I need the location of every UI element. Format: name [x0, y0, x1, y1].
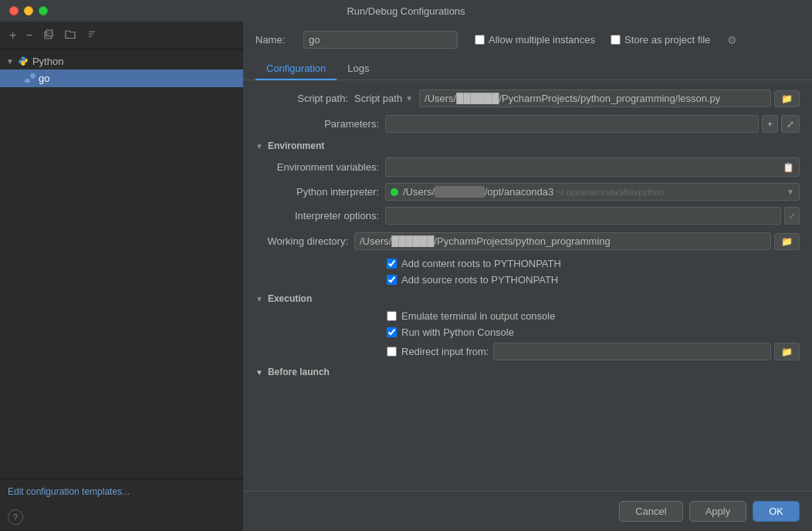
sidebar-footer: Edit configuration templates... — [0, 479, 243, 503]
apply-button[interactable]: Apply — [689, 501, 747, 522]
script-path-input-wrap: 📁 — [419, 90, 800, 107]
expand-parameters-button[interactable]: + — [762, 115, 778, 133]
python-interpreter-row: Python interpreter: /Users/███████/opt/a… — [255, 183, 800, 201]
working-directory-label: Working directory: — [255, 235, 348, 247]
expand-interpreter-options-button[interactable]: ⤢ — [784, 207, 800, 225]
env-vars-row: Environment variables: 📋 — [255, 157, 800, 177]
script-type-dropdown[interactable]: Script path ▼ — [354, 93, 413, 104]
environment-chevron-icon[interactable]: ▼ — [255, 142, 263, 151]
minimize-button[interactable] — [24, 6, 33, 15]
add-source-roots-row: Add source roots to PYTHONPATH — [387, 274, 800, 286]
tab-logs[interactable]: Logs — [337, 58, 380, 80]
working-directory-row: Working directory: 📁 — [255, 232, 800, 250]
sidebar-toolbar: + − — [0, 22, 243, 49]
add-source-roots-checkbox[interactable] — [387, 275, 397, 285]
script-path-row: Script path: Script path ▼ 📁 — [255, 90, 800, 107]
emulate-terminal-label[interactable]: Emulate terminal in output console — [401, 310, 555, 322]
interpreter-options-input-wrap: ⤢ — [385, 207, 800, 225]
env-vars-label: Environment variables: — [255, 161, 379, 173]
env-vars-input[interactable] — [386, 158, 778, 176]
execution-chevron-icon[interactable]: ▼ — [255, 295, 263, 303]
allow-multiple-label[interactable]: Allow multiple instances — [475, 34, 595, 46]
python-interpreter-label: Python interpreter: — [255, 186, 379, 198]
config-icon — [25, 72, 36, 85]
sidebar: + − ▼ — [0, 22, 243, 531]
title-bar: Run/Debug Configurations — [0, 0, 812, 22]
svg-rect-1 — [46, 30, 52, 36]
chevron-down-icon: ▼ — [6, 57, 14, 66]
traffic-lights — [9, 6, 48, 15]
redirect-input-field[interactable] — [493, 343, 771, 360]
chevron-down-icon: ▼ — [787, 188, 794, 196]
interpreter-status-icon — [391, 188, 398, 196]
python-icon — [17, 55, 29, 67]
parameters-input[interactable] — [385, 115, 759, 133]
close-button[interactable] — [9, 6, 19, 15]
parameters-input-wrap: + ⤢ — [385, 115, 800, 133]
edit-templates-link[interactable]: Edit configuration templates... — [8, 486, 130, 497]
python-interpreter-dropdown[interactable]: /Users/███████/opt/anaconda3 ~/.opt/anac… — [385, 183, 800, 201]
emulate-terminal-row: Emulate terminal in output console — [387, 310, 800, 322]
env-edit-button[interactable]: 📋 — [778, 159, 799, 176]
emulate-terminal-checkbox[interactable] — [387, 311, 397, 321]
python-group[interactable]: ▼ Python — [0, 52, 243, 69]
before-launch-section-title: Before launch — [268, 367, 330, 377]
add-content-roots-checkbox[interactable] — [387, 259, 397, 269]
environment-section-header: ▼ Environment — [255, 140, 800, 151]
environment-section-title: Environment — [268, 140, 324, 151]
tabs: Configuration Logs — [243, 58, 812, 80]
browse-script-button[interactable]: 📁 — [774, 90, 800, 107]
macro-parameters-button[interactable]: ⤢ — [781, 115, 800, 133]
help-button[interactable]: ? — [8, 509, 23, 525]
interpreter-options-input[interactable] — [385, 207, 781, 225]
execution-section-title: Execution — [268, 293, 312, 304]
parameters-row: Parameters: + ⤢ — [255, 115, 800, 133]
run-python-console-checkbox[interactable] — [387, 327, 397, 337]
chevron-down-icon: ▼ — [405, 94, 413, 103]
main-layout: + − ▼ — [0, 22, 812, 531]
sort-config-button[interactable] — [83, 26, 101, 44]
name-input[interactable] — [303, 31, 458, 49]
interpreter-options-row: Interpreter options: ⤢ — [255, 207, 800, 225]
working-directory-input-wrap: 📁 — [354, 232, 800, 250]
env-vars-input-wrap: 📋 — [385, 157, 800, 177]
go-config-item[interactable]: go — [0, 69, 243, 87]
script-path-label: Script path: — [255, 93, 348, 104]
cancel-button[interactable]: Cancel — [619, 501, 682, 522]
working-directory-input[interactable] — [354, 232, 771, 250]
before-launch-section-header: ▼ Before launch — [255, 367, 800, 377]
redirect-input-label[interactable]: Redirect input from: — [401, 346, 489, 357]
add-content-roots-label[interactable]: Add content roots to PYTHONPATH — [401, 258, 561, 269]
redirect-input-checkbox[interactable] — [387, 347, 397, 357]
execution-section-header: ▼ Execution — [255, 293, 800, 304]
interpreter-options-label: Interpreter options: — [255, 210, 379, 222]
before-launch-chevron-icon[interactable]: ▼ — [255, 368, 263, 377]
add-content-roots-row: Add content roots to PYTHONPATH — [387, 258, 800, 269]
copy-config-button[interactable] — [39, 26, 58, 44]
store-as-project-label[interactable]: Store as project file — [611, 34, 710, 46]
redirect-input-row: Redirect input from: 📁 — [387, 343, 800, 360]
name-label: Name: — [255, 34, 294, 46]
remove-config-button[interactable]: − — [22, 28, 36, 43]
folder-config-button[interactable] — [61, 26, 80, 44]
sidebar-tree: ▼ Python go — [0, 49, 243, 479]
tab-configuration[interactable]: Configuration — [255, 58, 337, 80]
script-path-input[interactable] — [419, 90, 771, 107]
run-python-console-row: Run with Python Console — [387, 326, 800, 338]
python-group-label: Python — [32, 56, 63, 67]
maximize-button[interactable] — [39, 6, 48, 15]
name-row: Name: Allow multiple instances Store as … — [243, 22, 812, 58]
store-as-project-checkbox[interactable] — [611, 35, 621, 45]
gear-icon[interactable]: ⚙ — [727, 34, 737, 46]
browse-redirect-button[interactable]: 📁 — [774, 343, 800, 360]
header-options: Allow multiple instances Store as projec… — [475, 34, 737, 46]
allow-multiple-checkbox[interactable] — [475, 35, 485, 45]
browse-working-dir-button[interactable]: 📁 — [774, 233, 800, 250]
run-python-console-label[interactable]: Run with Python Console — [401, 326, 514, 338]
add-config-button[interactable]: + — [6, 28, 19, 43]
interpreter-path: /Users/███████/opt/anaconda3 ~/.opt/anac… — [403, 186, 782, 198]
ok-button[interactable]: OK — [753, 501, 800, 522]
form-content: Script path: Script path ▼ 📁 Parameters:… — [243, 80, 812, 491]
go-config-label: go — [39, 73, 49, 84]
add-source-roots-label[interactable]: Add source roots to PYTHONPATH — [401, 274, 558, 286]
